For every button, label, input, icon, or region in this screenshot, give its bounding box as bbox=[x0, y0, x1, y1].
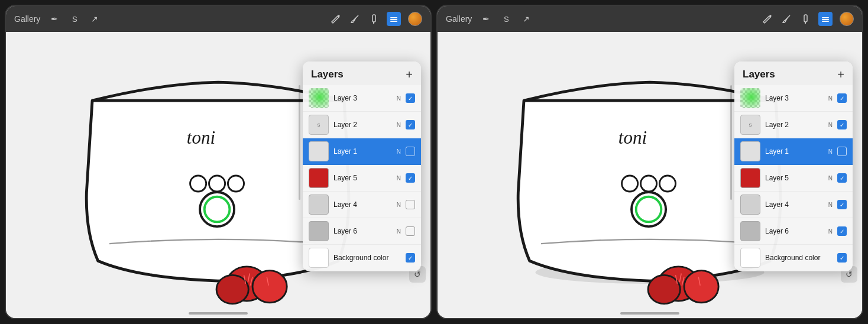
left-screen: Gallery ✒ S ↗ bbox=[6, 6, 430, 318]
right-layer-2-item[interactable]: S Layer 2 N ✓ bbox=[734, 112, 853, 138]
right-layer-4-thumb bbox=[740, 195, 760, 215]
right-layers-add-button[interactable]: + bbox=[837, 69, 844, 80]
left-background-thumb bbox=[309, 248, 329, 268]
left-layer-4-visibility[interactable] bbox=[406, 200, 415, 209]
right-layer-6-visibility[interactable]: ✓ bbox=[837, 226, 847, 236]
svg-rect-20 bbox=[822, 21, 829, 22]
left-tool-marker-icon[interactable] bbox=[368, 13, 380, 25]
left-layers-button[interactable] bbox=[387, 12, 401, 26]
left-layer-2-visibility[interactable]: ✓ bbox=[406, 120, 415, 129]
left-layer-1-item[interactable]: Layer 1 N bbox=[303, 138, 421, 165]
left-layer-5-mode: N bbox=[397, 175, 401, 182]
left-layer-1-name: Layer 1 bbox=[333, 147, 392, 155]
left-tablet: Gallery ✒ S ↗ bbox=[5, 5, 432, 319]
right-layer-6-item[interactable]: Layer 6 N ✓ bbox=[734, 218, 853, 245]
left-layer-5-visibility[interactable]: ✓ bbox=[406, 173, 415, 183]
right-background-name: Background color bbox=[765, 254, 828, 262]
right-layer-1-name: Layer 1 bbox=[765, 147, 824, 155]
left-layer-2-item[interactable]: S Layer 2 N ✓ bbox=[303, 112, 421, 138]
left-canvas[interactable]: toni bbox=[6, 32, 430, 318]
left-background-visibility[interactable]: ✓ bbox=[406, 253, 415, 263]
right-layers-header: Layers + bbox=[734, 61, 853, 85]
left-layers-panel: Layers + Layer 3 N ✓ bbox=[303, 61, 421, 271]
right-toolbar: Gallery ✒ S ↗ bbox=[438, 6, 862, 32]
left-layer-5-item[interactable]: Layer 5 N ✓ bbox=[303, 165, 421, 192]
left-layer-6-name: Layer 6 bbox=[333, 227, 392, 235]
right-layer-2-visibility[interactable]: ✓ bbox=[837, 120, 847, 129]
left-layer-4-mode: N bbox=[397, 202, 401, 208]
right-toolbar-left: Gallery ✒ S ↗ bbox=[446, 13, 532, 25]
left-toolbar-left: Gallery ✒ S ↗ bbox=[14, 13, 101, 25]
svg-point-30 bbox=[648, 275, 680, 303]
svg-rect-3 bbox=[390, 21, 397, 22]
svg-rect-19 bbox=[822, 19, 829, 20]
left-layer-3-name: Layer 3 bbox=[333, 94, 392, 102]
svg-rect-0 bbox=[373, 15, 375, 22]
right-layer-5-thumb bbox=[740, 168, 760, 188]
right-tool-brush-icon[interactable] bbox=[780, 13, 792, 25]
right-background-color-item[interactable]: Background color ✓ bbox=[734, 245, 853, 271]
right-layer-1-item[interactable]: Layer 1 N bbox=[734, 138, 853, 165]
svg-text:toni: toni bbox=[618, 127, 647, 148]
left-layer-6-visibility[interactable] bbox=[406, 226, 415, 236]
right-layer-5-item[interactable]: Layer 5 N ✓ bbox=[734, 165, 853, 192]
right-tool-arrow-icon[interactable]: ↗ bbox=[520, 13, 532, 25]
left-layer-1-thumb bbox=[309, 141, 329, 161]
left-layer-4-thumb bbox=[309, 195, 329, 215]
left-layer-1-mode: N bbox=[397, 148, 401, 155]
right-layer-6-mode: N bbox=[828, 228, 833, 235]
right-background-visibility[interactable]: ✓ bbox=[837, 253, 847, 263]
svg-point-29 bbox=[684, 271, 718, 303]
right-tool-pencil-icon[interactable]: ✒ bbox=[480, 13, 492, 25]
right-layer-4-name: Layer 4 bbox=[765, 200, 824, 209]
left-color-picker[interactable] bbox=[408, 12, 422, 26]
left-panel-scrollbar[interactable] bbox=[299, 85, 300, 200]
left-tool-s-icon[interactable]: S bbox=[69, 13, 80, 25]
right-layer-3-item[interactable]: Layer 3 N ✓ bbox=[734, 85, 853, 112]
left-layer-3-visibility[interactable]: ✓ bbox=[406, 93, 415, 103]
right-layer-2-name: Layer 2 bbox=[765, 121, 824, 129]
left-layer-6-mode: N bbox=[397, 228, 401, 235]
left-background-name: Background color bbox=[333, 254, 396, 262]
svg-point-11 bbox=[252, 271, 287, 303]
svg-rect-18 bbox=[822, 17, 829, 18]
left-layer-2-name: Layer 2 bbox=[333, 121, 392, 129]
right-toolbar-right bbox=[762, 12, 854, 26]
right-tool-s-icon[interactable]: S bbox=[500, 13, 512, 25]
left-tool-brush-icon[interactable] bbox=[349, 13, 361, 25]
left-tool-draw-icon[interactable] bbox=[330, 13, 342, 25]
left-tool-arrow-icon[interactable]: ↗ bbox=[89, 13, 101, 25]
right-layer-6-thumb bbox=[740, 221, 760, 241]
right-layer-3-visibility[interactable]: ✓ bbox=[837, 93, 847, 103]
right-tool-draw-icon[interactable] bbox=[762, 13, 773, 25]
right-panel-scrollbar[interactable] bbox=[730, 85, 732, 200]
left-layer-1-visibility[interactable] bbox=[406, 147, 415, 156]
right-tool-marker-icon[interactable] bbox=[799, 13, 811, 25]
left-layer-3-item[interactable]: Layer 3 N ✓ bbox=[303, 85, 421, 112]
right-layer-4-item[interactable]: Layer 4 N ✓ bbox=[734, 192, 853, 218]
right-layer-5-name: Layer 5 bbox=[765, 174, 824, 182]
right-layer-1-visibility[interactable] bbox=[837, 147, 847, 156]
left-tool-pencil-icon[interactable]: ✒ bbox=[48, 13, 60, 25]
left-layer-5-name: Layer 5 bbox=[333, 174, 392, 182]
right-layer-5-visibility[interactable]: ✓ bbox=[837, 173, 847, 183]
right-layers-title: Layers bbox=[743, 69, 775, 80]
right-layer-6-name: Layer 6 bbox=[765, 227, 824, 235]
right-gallery-button[interactable]: Gallery bbox=[446, 14, 472, 24]
right-canvas[interactable]: toni bbox=[438, 32, 862, 318]
right-layer-2-thumb: S bbox=[740, 115, 760, 135]
left-layer-4-item[interactable]: Layer 4 N bbox=[303, 192, 421, 218]
right-layers-button[interactable] bbox=[818, 12, 833, 26]
right-layer-2-mode: N bbox=[828, 122, 833, 128]
right-layer-5-mode: N bbox=[828, 175, 833, 182]
right-color-picker[interactable] bbox=[840, 12, 854, 26]
left-layers-add-button[interactable]: + bbox=[406, 69, 413, 80]
right-home-indicator bbox=[620, 312, 679, 315]
left-background-color-item[interactable]: Background color ✓ bbox=[303, 245, 421, 271]
right-tablet: Gallery ✒ S ↗ bbox=[436, 5, 863, 319]
left-gallery-button[interactable]: Gallery bbox=[14, 14, 40, 24]
left-layer-6-item[interactable]: Layer 6 N bbox=[303, 218, 421, 245]
right-layer-3-name: Layer 3 bbox=[765, 94, 824, 102]
right-layer-4-visibility[interactable]: ✓ bbox=[837, 200, 847, 209]
left-layer-2-mode: N bbox=[397, 122, 401, 128]
